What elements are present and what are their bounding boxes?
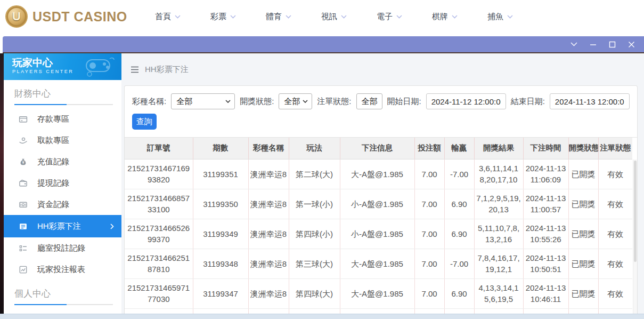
table-cell: 第二球(大) [289, 159, 340, 189]
table-cell: 7.00 [414, 219, 444, 249]
lottery-name-select[interactable]: 全部 [171, 93, 235, 109]
column-header: 下注信息 [340, 138, 414, 159]
table-header-row: 訂單號期數彩種名稱玩法下注信息投注額輸贏開獎結果下注時間開獎狀態注單狀態 [125, 138, 632, 159]
bets-table: 訂單號期數彩種名稱玩法下注信息投注額輸贏開獎結果下注時間開獎狀態注單狀態 215… [125, 138, 632, 319]
table-cell: -7.00 [444, 159, 474, 189]
chevron-down-icon [225, 100, 231, 103]
nav-label: 捕魚 [487, 12, 503, 22]
scrollbar-thumb[interactable] [634, 161, 637, 262]
hamburger-icon[interactable] [131, 66, 139, 73]
table-cell: 5,11,10,7,8,13,2,16 [474, 219, 523, 249]
table-cell: 31199351 [193, 159, 248, 189]
chevron-down-icon [396, 15, 402, 19]
table-row: 215217314665269937031199349澳洲幸运8第四球(小)小-… [125, 219, 632, 249]
table-cell: 7,8,4,16,17,19,12,1 [474, 249, 523, 278]
column-header: 開獎結果 [474, 138, 523, 159]
table-row: 215217314659717703031199347澳洲幸运8第四球(大)大-… [125, 278, 632, 308]
filter-label-start-date: 開始日期: [387, 97, 421, 107]
table-cell: 第三球(大) [289, 249, 340, 278]
sidebar-item-deposit[interactable]: 存款專區 [4, 108, 121, 130]
table-cell: 已開獎 [568, 219, 598, 249]
table-cell: 小-A盤@1.985 [340, 219, 414, 249]
filter-area: 彩種名稱: 全部 開獎狀態: 全部 注單狀態: 全部 開始 [125, 86, 637, 137]
money-bag-icon: ¥ [19, 157, 28, 166]
window-maximize-icon[interactable] [608, 41, 616, 49]
window-dropdown-icon[interactable] [570, 41, 578, 49]
sidebar-item-label: HH彩票下注 [37, 221, 81, 232]
nav-item-home[interactable]: 首頁 [155, 12, 210, 22]
table-cell: 已開獎 [568, 189, 598, 219]
window-minimize-icon[interactable] [589, 41, 597, 49]
filter-label-lottery-name: 彩種名稱: [132, 97, 166, 107]
nav-item-slots[interactable]: 電子 [377, 12, 432, 22]
svg-text:¥: ¥ [22, 160, 25, 164]
select-value: 全部 [362, 97, 378, 107]
table-cell: 澳洲幸运8 [248, 278, 289, 308]
sidebar-item-player-bet-report[interactable]: 玩家投注報表 [4, 259, 121, 280]
table-cell: 3,6,11,14,18,20,17,10 [474, 159, 523, 189]
table-cell: 2152173146625187810 [125, 249, 193, 278]
sidebar-item-withdraw[interactable]: 取款專區 [4, 130, 121, 151]
table-cell: 7.00 [414, 189, 444, 219]
table-cell: 7.00 [414, 249, 444, 278]
vertical-scrollbar[interactable] [633, 160, 637, 319]
table-cell: 澳洲幸运8 [248, 219, 289, 249]
sidebar-item-label: 充值記錄 [37, 157, 69, 167]
sidebar-panel: 玩家中心 PLAYERS CENTER 財務中心 存款專區 [4, 53, 121, 319]
table-cell: 大-A盤@1.985 [340, 278, 414, 308]
table-cell: 6.90 [444, 189, 474, 219]
sidebar-item-room-bet-record[interactable]: 廳室投註記錄 [4, 237, 121, 259]
sidebar-item-label: 提現記錄 [37, 178, 69, 188]
draw-status-select[interactable]: 全部 [279, 93, 312, 109]
table-cell: 2024-11-13 10:55:26 [523, 219, 568, 249]
nav-item-cards[interactable]: 棋牌 [432, 12, 487, 22]
site-logo[interactable]: U USDT CASINO [5, 5, 129, 28]
start-date-input[interactable] [426, 93, 506, 109]
site-top-nav: U USDT CASINO 首頁 彩票 體育 視訊 電子 棋牌 捕魚 [0, 0, 644, 33]
table-cell: -7.00 [444, 249, 474, 278]
content-card: 彩種名稱: 全部 開獎狀態: 全部 注單狀態: 全部 開始 [124, 85, 638, 319]
table-cell: 31199349 [193, 219, 248, 249]
table-cell: 有效 [598, 159, 632, 189]
sidebar-item-withdrawal-record[interactable]: 提現記錄 [4, 172, 121, 194]
filter-label-end-date: 結束日期: [511, 97, 545, 107]
sidebar-item-hh-lottery-bets[interactable]: HH彩票下注 [4, 215, 121, 237]
query-button[interactable]: 查詢 [132, 114, 157, 130]
nav-label: 棋牌 [432, 12, 448, 22]
end-date-input[interactable] [550, 93, 630, 109]
table-cell: 有效 [598, 219, 632, 249]
page-title: HH彩票下注 [145, 65, 189, 75]
table-cell: 澳洲幸运8 [248, 249, 289, 278]
order-status-select[interactable]: 全部 [356, 93, 382, 109]
column-header: 投注額 [414, 138, 444, 159]
horizontal-scrollbar-track[interactable] [0, 314, 644, 319]
window-titlebar[interactable] [3, 36, 644, 52]
table-cell: 有效 [598, 189, 632, 219]
filter-label-order-status: 注單狀態: [317, 97, 351, 107]
column-header: 玩法 [289, 138, 340, 159]
table-cell: 4,13,3,14,15,6,19,5 [474, 278, 523, 308]
sidebar: 玩家中心 PLAYERS CENTER 財務中心 存款專區 [0, 53, 121, 319]
report-icon [19, 265, 28, 274]
sidebar-item-label: 存款專區 [37, 114, 69, 124]
nav-item-lottery[interactable]: 彩票 [210, 12, 266, 22]
section-divider [14, 104, 113, 105]
column-header: 輸贏 [444, 138, 474, 159]
chevron-down-icon [303, 100, 308, 103]
table-cell: 6.90 [444, 278, 474, 308]
hand-coin-icon [19, 136, 28, 145]
nav-item-sports[interactable]: 體育 [266, 12, 321, 22]
sidebar-item-funds-record[interactable]: 資金記錄 [4, 194, 121, 215]
window-close-icon[interactable] [627, 41, 635, 49]
gamepad-icon [82, 57, 116, 78]
nav-item-video[interactable]: 視訊 [321, 12, 377, 22]
table-cell: 已開獎 [568, 278, 598, 308]
table-cell: 7,1,2,9,5,19,20,13 [474, 189, 523, 219]
sidebar-item-recharge-record[interactable]: ¥ 充值記錄 [4, 151, 121, 172]
banknote-icon [19, 200, 28, 209]
table-cell: 2152173146716993820 [125, 159, 193, 189]
nav-item-fishing[interactable]: 捕魚 [487, 12, 543, 22]
table-cell: 第一球(小) [289, 189, 340, 219]
table-cell: 2024-11-13 11:06:09 [523, 159, 568, 189]
sidebar-item-label: 廳室投註記錄 [37, 243, 85, 253]
